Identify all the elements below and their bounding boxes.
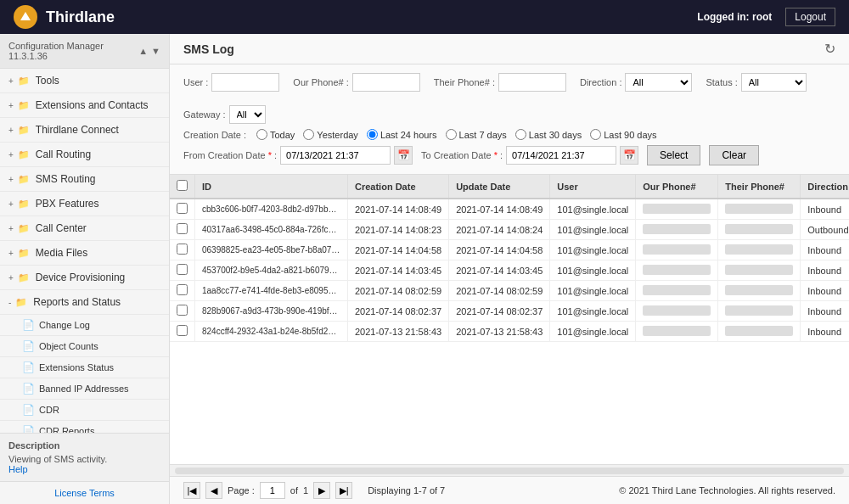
expand-icon: + xyxy=(8,224,14,233)
cell-update-date: 2021-07-14 14:03:45 xyxy=(449,260,550,281)
cell-creation-date: 2021-07-13 21:58:43 xyxy=(348,322,449,342)
row-checkbox[interactable] xyxy=(177,325,188,336)
help-link[interactable]: Help xyxy=(8,464,28,474)
from-date-label: From Creation Date * : xyxy=(183,150,277,160)
sidebar-description-section: Description Viewing of SMS activity. Hel… xyxy=(0,433,169,481)
row-checkbox[interactable] xyxy=(177,203,188,214)
status-select[interactable]: All Delivered Failed Pending xyxy=(741,73,807,92)
description-text: Viewing of SMS activity. xyxy=(8,454,160,464)
page-icon: 📄 xyxy=(22,340,35,352)
cell-direction: Inbound xyxy=(801,240,849,260)
sidebar-item-sms-routing[interactable]: + 📁 SMS Routing xyxy=(0,167,169,192)
to-date-input[interactable]: 07/14/2021 21:37 xyxy=(506,146,616,165)
page-icon: 📄 xyxy=(22,404,35,416)
row-checkbox[interactable] xyxy=(177,284,188,295)
status-label: Status : xyxy=(706,77,737,87)
from-calendar-button[interactable]: 📅 xyxy=(394,146,413,165)
radio-yesterday[interactable]: Yesterday xyxy=(303,129,358,140)
prev-page-button[interactable]: ◀ xyxy=(205,482,222,499)
sidebar-item-extensions-contacts[interactable]: + 📁 Extensions and Contacts xyxy=(0,93,169,118)
cell-user: 101@single.local xyxy=(550,301,636,322)
row-checkbox[interactable] xyxy=(177,305,188,316)
sidebar-item-thirdlane-connect[interactable]: + 📁 Thirdlane Connect xyxy=(0,118,169,143)
radio-last90[interactable]: Last 90 days xyxy=(590,129,656,140)
table-row: 06398825-ea23-4e05-8be7-b8a07533a67c 202… xyxy=(170,240,849,260)
folder-icon: 📁 xyxy=(17,172,31,186)
radio-last24[interactable]: Last 24 hours xyxy=(367,129,437,140)
sidebar-item-call-center[interactable]: + 📁 Call Center xyxy=(0,216,169,241)
last-page-button[interactable]: ▶| xyxy=(335,482,352,499)
sidebar-sub-item-object-counts[interactable]: 📄 Object Counts xyxy=(0,336,169,357)
refresh-button[interactable]: ↻ xyxy=(824,41,835,57)
cell-user: 101@single.local xyxy=(550,220,636,240)
radio-last30[interactable]: Last 30 days xyxy=(515,129,582,140)
page-icon: 📄 xyxy=(22,361,35,373)
sidebar-sub-item-cdr-reports[interactable]: 📄 CDR Reports xyxy=(0,421,169,433)
row-checkbox[interactable] xyxy=(177,264,188,275)
sidebar-item-label: Thirdlane Connect xyxy=(36,124,119,136)
license-terms-link[interactable]: License Terms xyxy=(54,488,115,498)
cell-their-phone xyxy=(718,260,801,281)
horizontal-scrollbar[interactable] xyxy=(170,464,849,476)
sms-log-table: ID Creation Date Update Date User Our Ph… xyxy=(170,175,849,342)
cell-their-phone xyxy=(718,281,801,301)
sidebar-item-tools[interactable]: + 📁 Tools xyxy=(0,69,169,93)
cell-id: 824ccff4-2932-43a1-b24e-8b5fd21f32cc xyxy=(195,322,348,342)
sidebar-sub-item-extensions-status[interactable]: 📄 Extensions Status xyxy=(0,357,169,378)
first-page-button[interactable]: |◀ xyxy=(183,482,200,499)
page-input[interactable] xyxy=(260,482,285,499)
cell-direction: Inbound xyxy=(801,281,849,301)
sidebar-item-call-routing[interactable]: + 📁 Call Routing xyxy=(0,143,169,167)
from-date-input[interactable]: 07/13/2021 21:37 xyxy=(280,146,391,165)
sidebar-item-pbx-features[interactable]: + 📁 PBX Features xyxy=(0,192,169,216)
sidebar-sub-item-cdr[interactable]: 📄 CDR xyxy=(0,400,169,421)
sms-log-table-container: ID Creation Date Update Date User Our Ph… xyxy=(170,175,849,464)
cell-our-phone xyxy=(636,260,718,281)
select-all-checkbox[interactable] xyxy=(177,180,188,191)
col-our-phone: Our Phone# xyxy=(636,175,718,199)
user-input[interactable] xyxy=(211,73,279,92)
sidebar-item-device-provisioning[interactable]: + 📁 Device Provisioning xyxy=(0,266,169,290)
expand-icon: + xyxy=(8,199,14,209)
radio-today[interactable]: Today xyxy=(256,129,295,140)
direction-select[interactable]: All Inbound Outbound xyxy=(625,73,692,92)
folder-icon: 📁 xyxy=(17,246,31,260)
cell-update-date: 2021-07-14 14:08:24 xyxy=(449,220,550,240)
cell-their-phone xyxy=(718,301,801,322)
sidebar-item-media-files[interactable]: + 📁 Media Files xyxy=(0,241,169,266)
their-phone-input[interactable] xyxy=(498,73,566,92)
sidebar-item-reports-status[interactable]: - 📁 Reports and Status xyxy=(0,290,169,315)
row-checkbox[interactable] xyxy=(177,223,188,234)
our-phone-input[interactable] xyxy=(352,73,420,92)
logout-button[interactable]: Logout xyxy=(785,8,835,26)
total-pages: 1 xyxy=(303,485,308,496)
cell-id: cbb3c606-b0f7-4203-8db2-d97bb7c48580 xyxy=(195,199,348,220)
select-button[interactable]: Select xyxy=(647,145,700,165)
row-checkbox[interactable] xyxy=(177,244,188,255)
cell-creation-date: 2021-07-14 14:04:58 xyxy=(348,240,449,260)
cell-our-phone xyxy=(636,301,718,322)
sidebar-sub-item-change-log[interactable]: 📄 Change Log xyxy=(0,315,169,336)
filter-area: User : Our Phone# : Their Phone# : Direc… xyxy=(170,64,849,175)
their-phone-label: Their Phone# : xyxy=(434,77,495,87)
sidebar-item-label: Call Routing xyxy=(36,148,91,160)
cell-creation-date: 2021-07-14 08:02:37 xyxy=(348,301,449,322)
gateway-select[interactable]: All xyxy=(229,105,266,124)
table-row: 824ccff4-2932-43a1-b24e-8b5fd21f32cc 202… xyxy=(170,322,849,342)
next-page-button[interactable]: ▶ xyxy=(313,482,330,499)
sidebar-sub-label: CDR xyxy=(39,405,59,415)
radio-last7[interactable]: Last 7 days xyxy=(446,129,507,140)
cell-id: 06398825-ea23-4e05-8be7-b8a07533a67c xyxy=(195,240,348,260)
sidebar-sub-item-banned-ip[interactable]: 📄 Banned IP Addresses xyxy=(0,378,169,400)
folder-icon: 📁 xyxy=(17,197,31,210)
sidebar-collapse-arrows[interactable]: ▲▼ xyxy=(138,46,160,56)
table-row: 40317aa6-3498-45c0-884a-726fcb3216dc 202… xyxy=(170,220,849,240)
to-date-label: To Creation Date * : xyxy=(421,150,503,160)
to-calendar-button[interactable]: 📅 xyxy=(620,146,638,165)
sidebar-item-label: SMS Routing xyxy=(36,173,96,185)
clear-button[interactable]: Clear xyxy=(709,145,759,165)
cell-direction: Inbound xyxy=(801,301,849,322)
page-icon: 📄 xyxy=(22,383,35,395)
col-direction: Direction xyxy=(801,175,849,199)
cell-direction: Inbound xyxy=(801,322,849,342)
